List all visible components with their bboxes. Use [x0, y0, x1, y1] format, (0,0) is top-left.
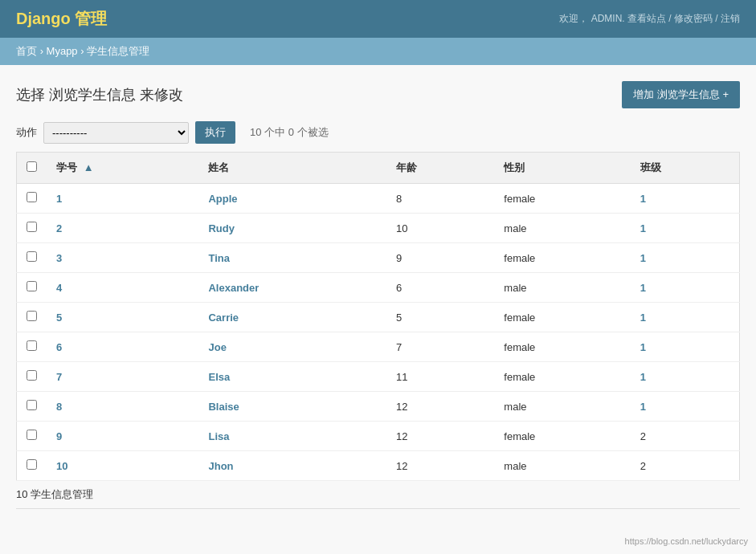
row-checkbox[interactable] — [27, 192, 37, 202]
table-row: 1Apple8female1 — [17, 184, 740, 214]
header-nav: 欢迎， ADMIN. 查看站点 / 修改密码 / 注销 — [559, 12, 740, 26]
student-gender: male — [494, 451, 630, 481]
site-title: Django 管理 — [16, 8, 107, 30]
col-header-class: 班级 — [631, 153, 740, 184]
student-id-link[interactable]: 5 — [56, 312, 62, 324]
selected-count: 10 个中 0 个被选 — [250, 125, 329, 140]
student-age: 7 — [386, 332, 494, 362]
table-row: 2Rudy10male1 — [17, 214, 740, 243]
table-row: 5Carrie5female1 — [17, 303, 740, 332]
content-header: 选择 浏览学生信息 来修改 增加 浏览学生信息 + — [16, 81, 740, 108]
action-select[interactable]: ---------- 删除所选的 浏览学生信息 — [43, 122, 189, 144]
student-class: 2 — [631, 422, 740, 451]
row-checkbox[interactable] — [27, 311, 37, 321]
sort-arrow-icon: ▲ — [84, 161, 94, 173]
student-gender: female — [494, 332, 630, 362]
student-gender: male — [494, 273, 630, 303]
table-row: 4Alexander6male1 — [17, 273, 740, 303]
select-all-checkbox[interactable] — [27, 161, 37, 172]
row-checkbox[interactable] — [27, 459, 37, 470]
student-name-link[interactable]: Rudy — [208, 222, 235, 234]
row-checkbox[interactable] — [27, 281, 37, 291]
student-id-link[interactable]: 4 — [56, 282, 62, 294]
welcome-text: 欢迎， — [559, 13, 588, 24]
breadcrumb-app[interactable]: Myapp — [47, 45, 78, 57]
student-name-link[interactable]: Tina — [208, 252, 230, 264]
student-age: 9 — [386, 243, 494, 273]
table-footer: 10 学生信息管理 — [16, 487, 740, 509]
col-header-gender: 性别 — [494, 153, 630, 184]
table-header: 学号 ▲ 姓名 年龄 性别 班级 — [17, 153, 740, 184]
row-checkbox[interactable] — [27, 430, 37, 440]
breadcrumb-home[interactable]: 首页 — [16, 45, 37, 57]
student-age: 5 — [386, 303, 494, 332]
student-class-link[interactable]: 1 — [640, 401, 646, 413]
table-row: 3Tina9female1 — [17, 243, 740, 273]
student-class-link[interactable]: 1 — [640, 193, 646, 205]
student-class-link[interactable]: 1 — [640, 252, 646, 264]
student-gender: female — [494, 422, 630, 451]
actions-label: 动作 — [16, 125, 37, 140]
row-checkbox[interactable] — [27, 222, 37, 232]
table-row: 7Elsa11female1 — [17, 362, 740, 392]
student-gender: female — [494, 303, 630, 332]
student-id-link[interactable]: 6 — [56, 341, 62, 353]
student-class: 2 — [631, 451, 740, 481]
actions-bar: 动作 ---------- 删除所选的 浏览学生信息 执行 10 个中 0 个被… — [16, 121, 740, 144]
student-name-link[interactable]: Apple — [208, 193, 237, 205]
student-gender: female — [494, 362, 630, 392]
row-checkbox[interactable] — [27, 400, 37, 410]
footer-count: 10 学生信息管理 — [16, 488, 93, 500]
student-class-link[interactable]: 1 — [640, 371, 646, 383]
table-body: 1Apple8female12Rudy10male13Tina9female14… — [17, 184, 740, 481]
breadcrumb-current: 学生信息管理 — [87, 45, 149, 57]
add-student-button[interactable]: 增加 浏览学生信息 + — [622, 81, 740, 108]
student-id-link[interactable]: 8 — [56, 401, 62, 413]
row-checkbox[interactable] — [27, 370, 37, 381]
student-gender: male — [494, 392, 630, 422]
table-row: 6Joe7female1 — [17, 332, 740, 362]
student-age: 10 — [386, 214, 494, 243]
table-row: 10Jhon12male2 — [17, 451, 740, 481]
table-row: 8Blaise12male1 — [17, 392, 740, 422]
student-class-link[interactable]: 1 — [640, 341, 646, 353]
change-password-link[interactable]: 修改密码 — [674, 13, 713, 24]
students-table: 学号 ▲ 姓名 年龄 性别 班级 1Apple8female12Rudy10ma… — [16, 152, 740, 481]
student-id-link[interactable]: 3 — [56, 252, 62, 264]
student-id-link[interactable]: 2 — [56, 222, 62, 234]
student-name-link[interactable]: Carrie — [208, 312, 239, 324]
student-name-link[interactable]: Jhon — [208, 460, 233, 472]
student-age: 12 — [386, 422, 494, 451]
student-age: 12 — [386, 392, 494, 422]
student-id-link[interactable]: 9 — [56, 430, 62, 442]
student-age: 8 — [386, 184, 494, 214]
student-name-link[interactable]: Elsa — [208, 371, 230, 383]
student-gender: male — [494, 214, 630, 243]
username: ADMIN. — [591, 13, 625, 24]
student-id-link[interactable]: 10 — [56, 460, 67, 472]
student-age: 6 — [386, 273, 494, 303]
col-header-name: 姓名 — [198, 153, 386, 184]
row-checkbox[interactable] — [27, 340, 37, 351]
student-gender: female — [494, 243, 630, 273]
student-id-link[interactable]: 1 — [56, 193, 62, 205]
page-title: 选择 浏览学生信息 来修改 — [16, 85, 183, 104]
student-name-link[interactable]: Alexander — [208, 282, 259, 294]
student-class-link[interactable]: 1 — [640, 222, 646, 234]
row-checkbox[interactable] — [27, 251, 37, 262]
student-id-link[interactable]: 7 — [56, 371, 62, 383]
student-class-link[interactable]: 1 — [640, 312, 646, 324]
student-gender: female — [494, 184, 630, 214]
student-name-link[interactable]: Joe — [208, 341, 226, 353]
student-name-link[interactable]: Blaise — [208, 401, 239, 413]
execute-button[interactable]: 执行 — [195, 121, 235, 144]
main-content: 选择 浏览学生信息 来修改 增加 浏览学生信息 + 动作 ---------- … — [0, 65, 756, 525]
col-header-id[interactable]: 学号 ▲ — [47, 153, 198, 184]
site-header: Django 管理 欢迎， ADMIN. 查看站点 / 修改密码 / 注销 — [0, 0, 756, 38]
view-site-link[interactable]: 查看站点 — [627, 13, 666, 24]
student-name-link[interactable]: Lisa — [208, 430, 229, 442]
select-all-header — [17, 153, 47, 184]
logout-link[interactable]: 注销 — [721, 13, 740, 24]
breadcrumb: 首页 › Myapp › 学生信息管理 — [0, 38, 756, 65]
student-class-link[interactable]: 1 — [640, 282, 646, 294]
